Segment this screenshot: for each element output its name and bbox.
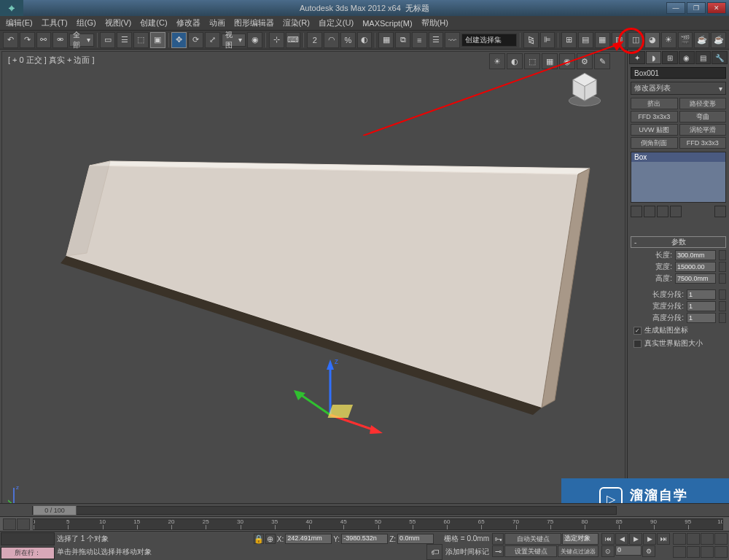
layer-manager-icon[interactable]: ☰ xyxy=(429,32,444,48)
rotate-icon[interactable]: ⟳ xyxy=(188,32,203,48)
menu-maxscript[interactable]: MAXScript(M) xyxy=(362,19,412,28)
close-button[interactable]: ✕ xyxy=(707,2,726,14)
menu-graph-editors[interactable]: 图形编辑器 xyxy=(234,18,274,28)
key-filter-button[interactable]: 关键点过滤器 xyxy=(558,545,599,557)
pivot-icon[interactable]: ◉ xyxy=(247,32,262,48)
menu-view[interactable]: 视图(V) xyxy=(105,18,132,28)
stack-show-icon[interactable] xyxy=(644,206,655,217)
wseg-input[interactable]: 1 xyxy=(687,301,716,311)
time-slider-thumb[interactable]: 0 / 100 xyxy=(33,505,77,516)
abs-icon[interactable]: ⊕ xyxy=(265,534,276,544)
z-input[interactable]: 0.0mm xyxy=(397,534,434,544)
modifier-list-dropdown[interactable]: 修改器列表▾ xyxy=(631,82,726,95)
key-lock2-icon[interactable]: ⊸ xyxy=(492,545,504,557)
set-key-button[interactable]: 设置关键点 xyxy=(504,545,557,557)
time-ruler[interactable]: 0510152025303540455055606570758085909510… xyxy=(33,518,723,530)
mod-ffd1[interactable]: FFD 3x3x3 xyxy=(631,111,678,122)
edit-named-icon[interactable]: ▦ xyxy=(378,32,394,48)
menu-modifiers[interactable]: 修改器 xyxy=(176,18,200,28)
stack-unique-icon[interactable] xyxy=(657,206,668,217)
select-name-icon[interactable]: ☰ xyxy=(117,32,132,48)
tool-a-icon[interactable]: ◫ xyxy=(628,32,643,48)
sel-obj-field[interactable]: 选定对象 xyxy=(562,533,599,545)
width-input[interactable]: 15000.00 xyxy=(675,262,716,272)
wseg-spinner[interactable] xyxy=(719,301,726,311)
mod-bend[interactable]: 弯曲 xyxy=(679,111,727,122)
snap-angle-icon[interactable]: ◠ xyxy=(324,32,339,48)
stack-item-box[interactable]: Box xyxy=(631,152,725,162)
unlink-icon[interactable]: ⚮ xyxy=(52,32,68,48)
window-crossing-icon[interactable]: ▣ xyxy=(150,32,165,48)
material-lib-icon[interactable]: ▤ xyxy=(578,32,593,48)
mod-uvw[interactable]: UVW 贴图 xyxy=(631,124,678,136)
align2-icon[interactable]: ⊫ xyxy=(540,32,555,48)
app-icon[interactable]: ⌖ xyxy=(0,0,23,16)
current-line[interactable]: 所在行： xyxy=(1,547,55,560)
time-slider[interactable]: 0 / 100 xyxy=(0,503,729,516)
link-icon[interactable]: ⚯ xyxy=(36,32,52,48)
lock-icon[interactable]: 🔒 xyxy=(254,534,264,544)
next-frame-icon[interactable]: ▶ xyxy=(643,533,656,545)
spinner-snap-icon[interactable]: ◐ xyxy=(357,32,373,48)
real-world-checkbox[interactable] xyxy=(634,340,642,348)
hierarchy-tab[interactable]: ⊞ xyxy=(662,51,678,64)
create-tab[interactable]: ✦ xyxy=(629,51,645,64)
width-spinner[interactable] xyxy=(719,262,726,272)
render-setup-icon[interactable]: ▦ xyxy=(595,32,610,48)
lseg-spinner[interactable] xyxy=(719,289,726,300)
select-icon[interactable]: ▭ xyxy=(100,32,115,48)
snap-percent-icon[interactable]: % xyxy=(340,32,356,48)
minimize-button[interactable]: — xyxy=(666,2,685,14)
hseg-input[interactable]: 1 xyxy=(687,313,716,323)
mirror2-icon[interactable]: ⧎ xyxy=(523,32,539,48)
menu-animation[interactable]: 动画 xyxy=(209,18,225,28)
select-region-icon[interactable]: ⬚ xyxy=(133,32,149,48)
mod-pathdeform[interactable]: 路径变形 xyxy=(679,98,727,109)
hseg-spinner[interactable] xyxy=(719,313,726,323)
zoom-all-icon[interactable] xyxy=(687,533,700,545)
menu-rendering[interactable]: 渲染(R) xyxy=(283,18,310,28)
motion-tab[interactable]: ◉ xyxy=(679,51,695,64)
lseg-input[interactable]: 1 xyxy=(687,289,716,300)
add-time-tag[interactable]: 添加时间标记 xyxy=(445,547,489,557)
render-scene-icon[interactable]: ☀ xyxy=(661,32,677,48)
teapot2-icon[interactable]: ☕ xyxy=(711,32,726,48)
maximize-button[interactable]: ❐ xyxy=(687,2,706,14)
length-input[interactable]: 300.0mm xyxy=(675,250,716,260)
stack-config-icon[interactable] xyxy=(714,206,726,217)
goto-start-icon[interactable]: ⏮ xyxy=(601,533,615,545)
zoom-ext-icon[interactable] xyxy=(701,533,714,545)
menu-group[interactable]: 组(G) xyxy=(77,18,96,28)
box-geometry[interactable]: z xyxy=(2,52,625,514)
mod-extrude[interactable]: 挤出 xyxy=(631,98,678,109)
redo-icon[interactable]: ↷ xyxy=(20,32,35,48)
stack-remove-icon[interactable] xyxy=(670,206,682,217)
time-tag-icon[interactable]: 🏷 xyxy=(426,544,443,560)
modify-tab[interactable]: ◗ xyxy=(646,51,662,64)
prev-frame-icon[interactable]: ◀ xyxy=(615,533,628,545)
zoom-icon[interactable] xyxy=(673,533,686,545)
render-frame-icon[interactable]: ▥ xyxy=(612,32,627,48)
frame-input[interactable]: 0 xyxy=(615,545,642,556)
teapot-icon[interactable]: ☕ xyxy=(694,32,709,48)
auto-key-button[interactable]: 自动关键点 xyxy=(504,533,561,545)
ref-coord-dropdown[interactable]: 视图 ▾ xyxy=(222,34,246,47)
key-lock-icon[interactable]: 🗝 xyxy=(492,533,504,545)
dolly-icon[interactable] xyxy=(701,546,714,558)
mod-turbo[interactable]: 涡轮平滑 xyxy=(679,124,727,136)
mod-ffd2[interactable]: FFD 3x3x3 xyxy=(679,137,727,149)
modifier-stack[interactable]: Box xyxy=(631,152,726,203)
mirror-icon[interactable]: ⧉ xyxy=(395,32,410,48)
x-input[interactable]: 242.491mm xyxy=(285,534,332,544)
curve-editor-icon[interactable]: 〰 xyxy=(445,32,460,48)
utilities-tab[interactable]: 🔧 xyxy=(712,51,728,64)
selection-set-dropdown[interactable]: 创建选择集 xyxy=(461,34,517,47)
object-name-input[interactable] xyxy=(631,67,726,79)
viewport[interactable]: [ + 0 正交 ] 真实 + 边面 ] ☀ ◐ ⬚ ▦ ◉ ⚙ ✎ xyxy=(1,51,625,515)
orbit-icon[interactable] xyxy=(687,546,700,558)
height-input[interactable]: 7500.0mm xyxy=(675,273,716,284)
align-icon[interactable]: ≡ xyxy=(412,32,427,48)
snap-2d-icon[interactable]: 2 xyxy=(307,32,322,48)
menu-create[interactable]: 创建(C) xyxy=(140,18,167,28)
layer-dropdown[interactable]: 全部 ▾ xyxy=(69,34,93,47)
